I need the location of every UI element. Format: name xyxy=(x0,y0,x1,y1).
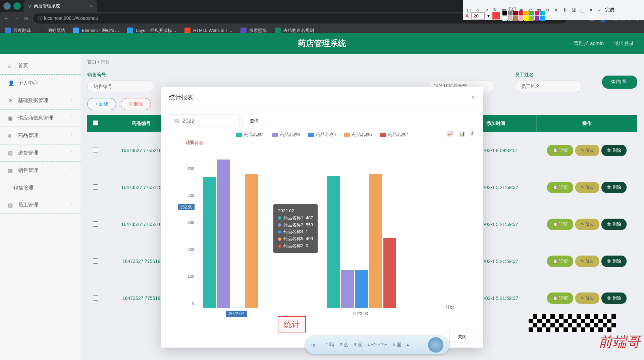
modal-title: 统计报表 xyxy=(169,93,193,101)
color-swatch[interactable] xyxy=(519,16,523,21)
font-a-icon: A xyxy=(466,13,469,18)
save-icon[interactable]: 🖫 xyxy=(570,7,577,13)
color-swatch[interactable] xyxy=(502,11,507,15)
line-chart-icon[interactable]: 📈 xyxy=(447,130,454,137)
color-swatch[interactable] xyxy=(524,16,529,21)
legend-item[interactable]: 药品名称5 xyxy=(344,132,372,138)
color-swatch[interactable] xyxy=(524,11,529,15)
x-tick-label: 2022-02 xyxy=(226,311,247,317)
bookmark-item[interactable]: 表结构命名规则 xyxy=(275,28,314,34)
color-swatch[interactable] xyxy=(513,11,518,15)
bookmark-item[interactable]: 搜索壁纸 xyxy=(240,28,267,34)
bar[interactable] xyxy=(327,176,340,308)
dropdown-icon[interactable]: ▾ xyxy=(487,13,490,18)
new-tab-button[interactable]: + xyxy=(100,3,110,10)
bar[interactable] xyxy=(369,174,382,308)
color-swatch[interactable] xyxy=(540,11,545,15)
y-tick: 100 xyxy=(183,274,194,279)
chart-toolbar: 📈 📊 ⬇ xyxy=(447,130,474,137)
x-tick-label: 2022-03 xyxy=(350,311,371,317)
copy-icon[interactable]: ▢ xyxy=(579,7,586,13)
bar[interactable] xyxy=(245,174,258,308)
modal-header: 统计报表 × xyxy=(161,87,483,108)
forward-icon[interactable]: → xyxy=(14,15,19,21)
dev-toolbar: ▢ ○ ↗ ✎ ▦ A ◉ ↶ ▦ ✂ ✶ ⬇ 🖫 ▢ ✕ ✓ 完成 A ▾ xyxy=(463,0,644,20)
modal-query-button[interactable]: 查询 xyxy=(242,115,266,127)
pin-icon[interactable]: ✂ xyxy=(544,7,551,13)
fontsize-input[interactable] xyxy=(471,12,485,19)
color-swatch[interactable] xyxy=(508,11,513,15)
color-swatch[interactable] xyxy=(508,16,513,21)
download-icon[interactable]: ⬇ xyxy=(561,7,568,13)
color-swatch[interactable] xyxy=(535,16,539,21)
vue-icon: V xyxy=(28,4,31,9)
stats-modal: 统计报表 × ▦2022 查询 药品名称1药品名称3药品名称4药品名称5药品名称… xyxy=(161,87,483,348)
calendar-icon: ▦ xyxy=(174,118,179,124)
bar[interactable] xyxy=(217,160,230,308)
download-icon[interactable]: ⬇ xyxy=(470,130,474,137)
legend-swatch-icon xyxy=(272,133,278,137)
bar[interactable] xyxy=(355,270,368,308)
reload-icon[interactable]: ⟳ xyxy=(24,15,29,22)
legend-swatch-icon xyxy=(308,133,314,137)
y-tick: 500 xyxy=(183,167,194,171)
app-icon[interactable] xyxy=(13,2,21,10)
modal-close-button[interactable]: 关闭 xyxy=(449,331,475,343)
y-tick: 600 xyxy=(183,140,194,144)
legend-item[interactable]: 药品名称2 xyxy=(380,132,408,138)
globe-icon[interactable]: 🌐 xyxy=(3,2,11,10)
color-swatch[interactable] xyxy=(529,11,534,15)
modal-mask: 统计报表 × ▦2022 查询 药品名称1药品名称3药品名称4药品名称5药品名称… xyxy=(0,33,644,360)
done-label: 完成 xyxy=(605,7,614,13)
close-icon[interactable]: × xyxy=(90,4,93,9)
tab-title: 药店管理系统 xyxy=(34,3,60,9)
ime-cand[interactable]: 1.吗 xyxy=(326,342,334,348)
color-swatch[interactable] xyxy=(529,16,534,21)
color-swatch[interactable] xyxy=(513,16,518,21)
legend-item[interactable]: 药品名称3 xyxy=(272,132,300,138)
bar[interactable] xyxy=(383,238,396,308)
bar-chart-icon[interactable]: 📊 xyxy=(459,130,465,137)
ime-cand[interactable]: 2.么 xyxy=(339,342,348,348)
bookmark-item[interactable]: 图标网站 xyxy=(39,28,65,34)
bar[interactable] xyxy=(231,308,244,308)
average-line xyxy=(196,213,445,213)
color-swatch[interactable] xyxy=(540,16,545,21)
bookmark-item[interactable]: Element - 网站快… xyxy=(73,28,119,34)
year-input[interactable]: ▦2022 xyxy=(169,115,239,127)
color-swatch[interactable] xyxy=(492,12,500,19)
target-icon[interactable]: ✶ xyxy=(553,7,559,13)
bar[interactable] xyxy=(203,177,216,308)
legend-item[interactable]: 药品名称1 xyxy=(236,132,264,138)
color-swatch[interactable] xyxy=(502,16,507,21)
ime-next-icon[interactable]: ▸ xyxy=(407,342,409,348)
y-tick: 0 xyxy=(183,301,194,306)
x-axis-title: 月份 xyxy=(445,304,454,310)
color-swatch[interactable] xyxy=(519,11,523,15)
legend-item[interactable]: 药品名称4 xyxy=(308,132,336,138)
y-tick: 200 xyxy=(183,247,194,252)
close-icon[interactable]: × xyxy=(471,94,475,101)
bookmark-item[interactable]: 百度翻译 xyxy=(5,28,31,34)
exit-icon[interactable]: ✕ xyxy=(588,7,594,13)
ime-candidate-bar[interactable]: m 1.吗 2.么 3.没 4 ෆ(˶' ᵕ '˶)ෆ 5.面 ▸ xyxy=(305,336,449,354)
ime-cand[interactable]: 4 ෆ(˶' ᵕ '˶)ෆ xyxy=(368,343,387,347)
back-icon[interactable]: ← xyxy=(4,15,9,21)
average-label: 352.50 xyxy=(178,204,195,210)
ime-cand[interactable]: 5.面 xyxy=(393,342,401,348)
legend-swatch-icon xyxy=(380,133,386,137)
ok-icon[interactable]: ✓ xyxy=(596,7,603,13)
plot-area[interactable]: 月份 01002003004005006002022-022022-03352.… xyxy=(196,147,444,308)
browser-tab[interactable]: V 药店管理系统 × xyxy=(23,0,97,12)
ime-logo-icon[interactable] xyxy=(428,337,443,353)
bookmark-item[interactable]: Layui - 经典开源模… xyxy=(127,28,176,34)
watermark: 前端哥 xyxy=(598,332,641,351)
color-swatch[interactable] xyxy=(535,11,539,15)
bar[interactable] xyxy=(341,270,354,308)
annotation-box: 统计 xyxy=(278,316,306,332)
y-tick: 400 xyxy=(183,193,194,198)
ime-cand[interactable]: 3.没 xyxy=(354,342,362,348)
legend-swatch-icon xyxy=(344,133,350,137)
legend: 药品名称1药品名称3药品名称4药品名称5药品名称2 xyxy=(169,132,475,138)
bookmark-item[interactable]: HTML5 Website T… xyxy=(184,28,232,34)
